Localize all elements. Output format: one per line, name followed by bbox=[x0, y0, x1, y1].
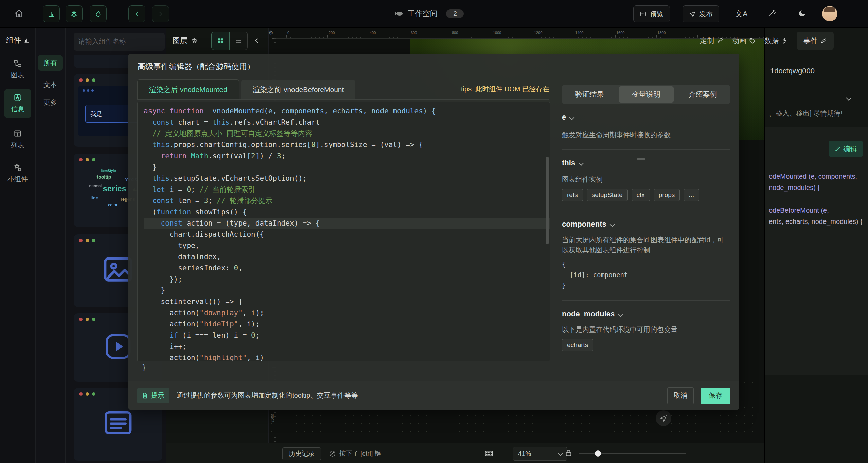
tab-data[interactable]: 数据 bbox=[764, 36, 788, 46]
translate-icon[interactable]: 文A bbox=[735, 9, 748, 19]
chevron-down-icon[interactable] bbox=[846, 95, 852, 101]
doc-section-name[interactable]: node_modules bbox=[562, 309, 730, 318]
code-line: action("downplay", i); bbox=[144, 307, 550, 319]
search-input[interactable] bbox=[74, 38, 173, 46]
collapse-panel-icon[interactable] bbox=[253, 37, 261, 44]
lock-icon[interactable] bbox=[565, 449, 572, 457]
sidebar-item-charts[interactable]: 图表 bbox=[4, 55, 31, 84]
components-header-label: 组件 bbox=[6, 35, 21, 46]
tag-chip[interactable]: echarts bbox=[562, 339, 593, 351]
tab-examples[interactable]: 介绍案例 bbox=[675, 86, 730, 103]
code-line: // 定义地图原点大小 同理可自定义标签等等内容 bbox=[144, 128, 550, 139]
fish-logo-icon bbox=[394, 9, 404, 18]
tab-label: 变量说明 bbox=[632, 90, 660, 99]
doc-section-desc: 当前大屏内所有组件的集合id 图表组件中的配置id，可以获取其他图表组件进行控制 bbox=[562, 235, 730, 255]
search-icon[interactable] bbox=[173, 38, 180, 45]
user-avatar[interactable] bbox=[822, 6, 837, 21]
bottom-bar: 历史记录 按下了 [ctrl] 键 41% bbox=[166, 443, 764, 463]
zoom-slider[interactable] bbox=[579, 453, 686, 454]
ruler-tick: 1200 bbox=[534, 31, 542, 35]
tag-chip[interactable]: setupState bbox=[587, 189, 628, 201]
toggle-detail-panel-button[interactable] bbox=[90, 5, 107, 22]
home-icon[interactable] bbox=[14, 9, 23, 18]
edit-button[interactable]: 编辑 bbox=[829, 141, 863, 157]
chevron-down-icon bbox=[558, 450, 563, 456]
cancel-button[interactable]: 取消 bbox=[667, 387, 694, 404]
wordcloud-word: normal bbox=[89, 184, 102, 188]
browser-preview-text: 我是 bbox=[90, 110, 102, 118]
section-name-label: node_modules bbox=[562, 309, 615, 318]
sidebar-item-list[interactable]: 列表 bbox=[4, 125, 31, 154]
magic-wand-icon[interactable] bbox=[767, 9, 776, 17]
reset-position-button[interactable] bbox=[656, 410, 671, 426]
code-editor[interactable]: async function vnodeMounted(e, component… bbox=[137, 102, 550, 361]
dark-mode-moon-icon[interactable] bbox=[798, 9, 807, 17]
doc-section-desc: 以下是内置在代码环境中可用的包变量 bbox=[562, 324, 730, 335]
closing-brace: } bbox=[142, 363, 146, 372]
tab-events[interactable]: 事件 bbox=[797, 32, 834, 50]
events-teaser-text: 、移入、移出] 尽情期待! bbox=[769, 109, 867, 118]
tab-vnode-mounted[interactable]: 渲染之后-vnodeMounted bbox=[137, 79, 239, 99]
doc-section-name[interactable]: components bbox=[562, 220, 730, 229]
preview-button[interactable]: 预览 bbox=[633, 5, 670, 22]
sidebar-item-widgets[interactable]: 小组件 bbox=[4, 159, 31, 188]
tab-animation[interactable]: 动画 bbox=[732, 36, 756, 46]
wordcloud-word: itemStyle bbox=[101, 169, 116, 173]
widget-star-icon bbox=[13, 163, 22, 172]
list-view-button[interactable] bbox=[230, 32, 248, 50]
toggle-layers-panel-button[interactable] bbox=[66, 5, 83, 22]
tab-variable-docs[interactable]: 变量说明 bbox=[619, 86, 674, 103]
save-button[interactable]: 保存 bbox=[701, 388, 730, 404]
ruler-tick: 800 bbox=[452, 31, 458, 35]
doc-section-name[interactable]: e bbox=[562, 113, 730, 122]
section-name-label: components bbox=[562, 220, 606, 229]
doc-section-name[interactable]: this bbox=[562, 159, 730, 167]
tips-text: tips: 此时组件 DOM 已经存在 bbox=[461, 85, 549, 94]
tab-vnode-before-mount[interactable]: 渲染之前-vnodeBeforeMount bbox=[241, 80, 355, 99]
toggle-chart-panel-button[interactable] bbox=[43, 5, 60, 22]
undo-button[interactable] bbox=[128, 5, 145, 22]
save-label: 保存 bbox=[709, 391, 722, 400]
key-hint-label: 按下了 [ctrl] 键 bbox=[339, 449, 381, 458]
category-all[interactable]: 所有 bbox=[38, 55, 63, 71]
tag-chip[interactable]: refs bbox=[562, 189, 583, 201]
code-line: i++; bbox=[144, 341, 550, 352]
no-entry-icon bbox=[329, 450, 336, 457]
code-line: action("hideTip", i); bbox=[144, 319, 550, 330]
ruler-gear-icon[interactable]: ⚙ bbox=[268, 30, 273, 36]
text-info-icon bbox=[13, 93, 22, 102]
sidebar-item-info[interactable]: 信息 bbox=[4, 89, 31, 118]
wordcloud-word: tooltip bbox=[97, 174, 111, 180]
grid-view-button[interactable] bbox=[211, 32, 230, 50]
ruler-tick: 600 bbox=[411, 31, 417, 35]
category-label: 文本 bbox=[43, 80, 57, 89]
code-line: const action = (type, dataIndex) => { bbox=[144, 218, 550, 229]
publish-button[interactable]: 发布 bbox=[683, 5, 719, 22]
tab-label: 渲染之后-vnodeMounted bbox=[149, 85, 227, 94]
tab-label: 定制 bbox=[700, 36, 714, 46]
divider bbox=[562, 149, 730, 150]
zoom-level-select[interactable]: 41% bbox=[513, 447, 567, 461]
tag-chip[interactable]: ctx bbox=[632, 189, 650, 201]
zoom-slider-handle[interactable] bbox=[595, 450, 601, 457]
editor-scrollbar[interactable] bbox=[546, 157, 549, 244]
category-text[interactable]: 文本 bbox=[38, 77, 63, 92]
tab-label: 介绍案例 bbox=[689, 90, 717, 99]
sidebar-item-label: 小组件 bbox=[7, 175, 28, 184]
docs-panel: 验证结果 变量说明 介绍案例 e 触发对应生命周期事件时接收的参数 this 图… bbox=[562, 85, 730, 351]
wrench-icon bbox=[717, 38, 723, 44]
redo-button[interactable] bbox=[152, 5, 169, 22]
tab-customize[interactable]: 定制 bbox=[700, 36, 723, 46]
chevron-down-icon bbox=[579, 160, 584, 166]
code-line: seriesIndex: 0, bbox=[144, 263, 550, 274]
tab-validation-result[interactable]: 验证结果 bbox=[562, 86, 617, 103]
code-line: action("highlight", i) bbox=[144, 352, 550, 361]
keyboard-icon[interactable] bbox=[484, 449, 493, 458]
chevron-down-icon bbox=[610, 221, 615, 227]
history-button[interactable]: 历史记录 bbox=[282, 447, 321, 460]
category-more[interactable]: 更多 bbox=[38, 94, 63, 110]
docs-scrollbar[interactable] bbox=[637, 158, 645, 160]
docs-tabs: 验证结果 变量说明 介绍案例 bbox=[562, 85, 730, 104]
tag-chip[interactable]: ... bbox=[684, 189, 699, 201]
tag-chip[interactable]: props bbox=[654, 189, 680, 201]
